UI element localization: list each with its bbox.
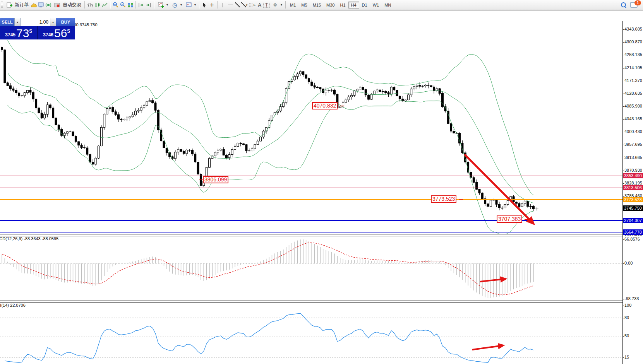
pane-separator[interactable]	[0, 301, 622, 303]
horizontal-price-line[interactable]	[0, 220, 622, 221]
one-click-trading-panel: SELL ▼ ▲ BUY 3745 73 5 3746 56 5	[0, 18, 75, 39]
price-annotation-label[interactable]: 3806.099	[203, 176, 228, 183]
periods-button[interactable]: ◷ ▾	[170, 1, 183, 9]
label-tool-icon[interactable]: T	[263, 2, 270, 8]
buy-price[interactable]: 3746 56 5	[38, 26, 75, 39]
horizontal-price-line[interactable]	[0, 188, 622, 188]
sell-price-sup: 5	[29, 28, 32, 34]
price-annotation-label[interactable]: 3707.383	[497, 215, 522, 223]
timeframe-m5[interactable]: M5	[298, 2, 310, 9]
volume-increase-button[interactable]: ▲	[50, 18, 56, 26]
price-tickmark	[622, 106, 624, 107]
price-tick-label: 4300.870	[624, 39, 642, 44]
timeframe-m15[interactable]: M15	[310, 2, 324, 9]
macd-axis-label: 0.00	[624, 261, 633, 265]
annotation-connector	[525, 219, 529, 220]
text-tool-icon[interactable]: A	[256, 2, 263, 9]
candlestick-layer	[0, 21, 622, 234]
indicators-button[interactable]: ▾	[156, 1, 170, 9]
sell-price-prefix: 3745	[5, 32, 15, 38]
price-tick-label: 4258.135	[624, 52, 642, 57]
toolbar-separator	[84, 1, 85, 9]
equidistant-channel-icon[interactable]: E	[241, 2, 249, 9]
trendline-icon[interactable]	[234, 2, 241, 9]
search-icon[interactable]	[620, 2, 627, 9]
toolbar-right-group: 1	[620, 2, 643, 9]
timeframe-m30[interactable]: M30	[324, 2, 337, 9]
timeframe-w1[interactable]: W1	[370, 2, 382, 9]
templates-button[interactable]: ▾	[183, 1, 197, 9]
price-tickmark	[622, 42, 624, 43]
price-badge: 3813.506	[623, 185, 643, 190]
price-tickmark	[622, 196, 624, 197]
rsi-axis-label: 15	[624, 355, 629, 359]
cursor-icon[interactable]	[201, 2, 208, 9]
timeframe-h4[interactable]: H4	[348, 2, 359, 9]
auto-trading-icon	[54, 2, 61, 9]
auto-trading-button[interactable]: 自动交易	[52, 1, 83, 9]
rsi-axis-label: 80	[624, 315, 629, 320]
price-tickmark	[622, 94, 624, 94]
terminal-icon[interactable]	[38, 2, 45, 9]
line-chart-icon[interactable]	[101, 2, 108, 9]
crosshair-icon[interactable]: ✛	[208, 2, 216, 9]
price-tickmark	[622, 55, 624, 55]
bar-chart-icon[interactable]	[86, 2, 94, 9]
chat-icon[interactable]: 1	[630, 2, 638, 8]
timeframe-mn[interactable]: MN	[382, 2, 394, 9]
price-annotation-label[interactable]: 3773.523	[431, 195, 456, 203]
clock-icon: ◷	[171, 2, 178, 9]
auto-scroll-icon[interactable]	[137, 2, 145, 9]
pane-separator[interactable]	[0, 234, 622, 236]
price-badge: 3664.778	[623, 229, 643, 235]
candlestick-chart-icon[interactable]	[94, 2, 101, 9]
auto-trading-label: 自动交易	[63, 2, 81, 8]
toolbar-drag-handle[interactable]	[1, 2, 3, 8]
fibonacci-icon[interactable]: F	[249, 2, 256, 9]
buy-button[interactable]: BUY	[56, 18, 75, 26]
horizontal-price-line[interactable]	[0, 232, 622, 232]
arrows-tool-button[interactable]: ✥ ▾	[270, 1, 284, 9]
rsi-tickmark	[622, 306, 624, 306]
horizontal-price-line[interactable]	[0, 208, 622, 208]
price-tick-label: 3913.665	[624, 155, 642, 160]
horizontal-price-line[interactable]	[0, 199, 622, 200]
market-watch-icon[interactable]	[30, 2, 38, 9]
timeframe-h1[interactable]: H1	[337, 2, 348, 9]
macd-tickmark	[622, 299, 624, 299]
price-tickmark	[622, 132, 624, 132]
horizontal-price-line[interactable]	[0, 176, 622, 176]
buy-price-big: 56	[54, 28, 67, 39]
price-badge: 3853.490	[623, 173, 643, 178]
zoom-out-icon[interactable]	[119, 2, 127, 9]
rsi-label: SI(14) 22.0706	[0, 303, 26, 308]
zoom-in-icon[interactable]	[112, 2, 119, 9]
price-badge: 3704.307	[623, 218, 643, 223]
annotation-connector	[340, 106, 344, 106]
timeframe-d1[interactable]: D1	[359, 2, 370, 9]
toolbar-separator	[110, 1, 110, 9]
sell-price-big: 73	[16, 28, 29, 39]
tile-windows-icon[interactable]	[127, 2, 134, 9]
rsi-layer	[0, 302, 622, 364]
horizontal-line-icon[interactable]	[226, 2, 234, 9]
price-badge: 3745.750	[623, 205, 643, 211]
timeframe-m1[interactable]: M1	[287, 2, 298, 9]
new-order-button[interactable]: 新订单	[4, 1, 30, 9]
volume-input[interactable]	[21, 18, 50, 26]
vertical-line-icon[interactable]	[219, 2, 226, 9]
rsi-axis-label: 50	[624, 333, 629, 338]
chart-shift-icon[interactable]	[145, 2, 152, 9]
chart-window[interactable]: SP500-,H4 3746.250 3747.750 3744.050 374…	[0, 10, 643, 364]
macd-axis-label: 66.8576	[624, 237, 640, 241]
sell-button[interactable]: SELL	[0, 18, 14, 26]
macd-axis-label: -98.733	[624, 296, 639, 301]
price-tick-label: 3828.195	[624, 181, 642, 185]
signals-icon[interactable]	[45, 2, 52, 9]
rsi-tickmark	[622, 357, 624, 358]
price-tickmark	[622, 68, 624, 68]
volume-decrease-button[interactable]: ▼	[14, 18, 21, 26]
price-annotation-label[interactable]: 4070.832	[312, 102, 338, 109]
rsi-axis-label: 100	[624, 303, 631, 308]
sell-price[interactable]: 3745 73 5	[0, 26, 37, 39]
